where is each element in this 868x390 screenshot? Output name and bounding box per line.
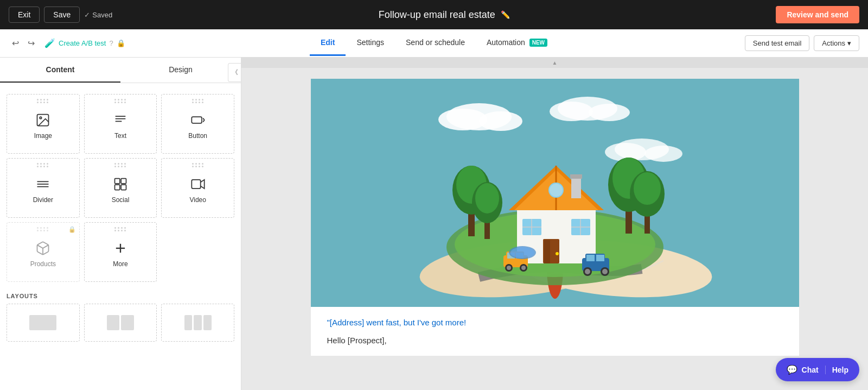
content-area: ▲: [241, 58, 868, 390]
svg-point-74: [510, 247, 534, 258]
content-item-text[interactable]: Text: [84, 94, 157, 154]
left-panel: Content Design 《 Ima: [0, 58, 241, 390]
tab-send-or-schedule[interactable]: Send or schedule: [395, 30, 476, 56]
content-item-video[interactable]: Video: [161, 158, 234, 218]
svg-point-1: [40, 117, 42, 119]
redo-button[interactable]: ↪: [24, 36, 38, 51]
review-and-send-button[interactable]: Review and send: [776, 6, 859, 23]
chat-help-button[interactable]: 💬 Chat Help: [776, 358, 859, 381]
layouts-grid: [7, 304, 234, 342]
divider-label: Divider: [33, 196, 53, 204]
svg-point-72: [602, 269, 608, 274]
button-icon: [190, 112, 206, 128]
top-bar: Exit Save ✓ Saved Follow-up email real e…: [0, 0, 868, 29]
panel-tab-content[interactable]: Content: [0, 58, 120, 83]
panel-content: Image Text: [0, 83, 241, 390]
chat-label: Chat: [802, 366, 819, 374]
collapse-panel-button[interactable]: 《: [228, 63, 241, 82]
svg-rect-68: [596, 255, 604, 261]
drag-handle: [37, 99, 49, 103]
chat-icon: 💬: [787, 364, 797, 375]
lock-overlay-icon: 🔒: [68, 226, 76, 233]
content-item-products[interactable]: 🔒 Products: [7, 222, 80, 282]
drag-handle: [37, 227, 49, 231]
svg-point-16: [479, 111, 522, 131]
secondary-nav-left: ↩ ↪ 🧪 Create A/B test ? 🔒: [9, 36, 125, 51]
undo-button[interactable]: ↩: [9, 36, 22, 51]
svg-rect-45: [570, 174, 582, 179]
svg-rect-2: [192, 117, 202, 123]
ab-test-icon: 🧪: [44, 38, 55, 48]
svg-point-19: [589, 104, 630, 121]
send-test-email-button[interactable]: Send test email: [745, 35, 810, 51]
tab-edit[interactable]: Edit: [310, 30, 346, 56]
svg-rect-10: [192, 180, 200, 188]
products-label: Products: [30, 260, 56, 268]
social-icon: [113, 177, 128, 192]
content-item-button[interactable]: Button: [161, 94, 234, 154]
image-label: Image: [34, 132, 52, 140]
scroll-up-indicator[interactable]: ▲: [241, 58, 868, 68]
top-bar-left: Exit Save ✓ Saved: [9, 7, 112, 23]
svg-point-56: [550, 184, 563, 197]
svg-point-62: [507, 266, 511, 270]
drag-handle: [192, 163, 204, 167]
text-label: Text: [114, 132, 126, 140]
text-icon: [113, 112, 128, 128]
content-item-image[interactable]: Image: [7, 94, 80, 154]
drag-handle: [114, 163, 126, 167]
svg-point-64: [521, 266, 526, 270]
tab-settings[interactable]: Settings: [346, 30, 395, 56]
svg-rect-67: [586, 255, 595, 261]
svg-rect-7: [121, 179, 126, 184]
svg-rect-47: [544, 240, 550, 263]
content-item-social[interactable]: Social: [84, 158, 157, 218]
layout-two-column[interactable]: [84, 304, 157, 342]
edit-title-icon[interactable]: ✏️: [501, 10, 510, 19]
email-greeting-text: Hello [Prospect],: [327, 336, 783, 345]
layout-three-column[interactable]: [161, 304, 234, 342]
more-label: More: [113, 260, 127, 268]
content-item-divider[interactable]: Divider: [7, 158, 80, 218]
email-hero-image[interactable]: [311, 79, 799, 307]
question-icon: ?: [109, 39, 113, 47]
panel-tab-design[interactable]: Design: [120, 58, 241, 83]
chevron-down-icon: ▾: [847, 39, 851, 47]
svg-rect-8: [114, 185, 119, 190]
svg-rect-6: [114, 179, 119, 184]
svg-point-39: [634, 172, 661, 205]
layouts-section-header: LAYOUTS: [7, 286, 234, 304]
drag-handle: [114, 227, 126, 231]
video-label: Video: [189, 196, 206, 204]
nav-tabs: Edit Settings Send or schedule Automatio…: [310, 30, 558, 56]
new-badge: NEW: [529, 39, 547, 47]
divider-icon: [35, 177, 50, 192]
svg-point-18: [550, 102, 593, 121]
save-button[interactable]: Save: [44, 7, 80, 23]
svg-point-70: [585, 269, 590, 274]
drag-handle: [37, 163, 49, 167]
main-layout: Content Design 《 Ima: [0, 58, 868, 390]
products-icon: [35, 241, 50, 256]
secondary-nav: ↩ ↪ 🧪 Create A/B test ? 🔒 Edit Settings …: [0, 29, 868, 58]
exit-button[interactable]: Exit: [9, 7, 40, 23]
panel-tabs: Content Design: [0, 58, 241, 83]
email-text-content: "[Address] went fast, but I've got more!…: [311, 307, 799, 356]
content-items-grid: Image Text: [7, 90, 234, 286]
actions-button[interactable]: Actions ▾: [814, 35, 859, 51]
help-button[interactable]: Help: [825, 366, 848, 374]
undo-redo-controls: ↩ ↪: [9, 36, 38, 51]
social-label: Social: [112, 196, 130, 204]
secondary-nav-right: Send test email Actions ▾: [745, 35, 859, 51]
layout-single-column[interactable]: [7, 304, 80, 342]
email-quote-text: "[Address] went fast, but I've got more!: [327, 318, 783, 327]
content-item-more[interactable]: More: [84, 222, 157, 282]
lock-icon: 🔒: [117, 39, 125, 47]
tab-automation[interactable]: Automation NEW: [476, 30, 558, 56]
house-illustration: [398, 84, 712, 301]
email-canvas: "[Address] went fast, but I've got more!…: [311, 79, 799, 356]
svg-point-33: [475, 183, 499, 213]
saved-status: ✓ Saved: [84, 11, 112, 19]
ab-test-button[interactable]: 🧪 Create A/B test ? 🔒: [44, 38, 125, 48]
email-title: Follow-up email real estate: [379, 9, 495, 21]
